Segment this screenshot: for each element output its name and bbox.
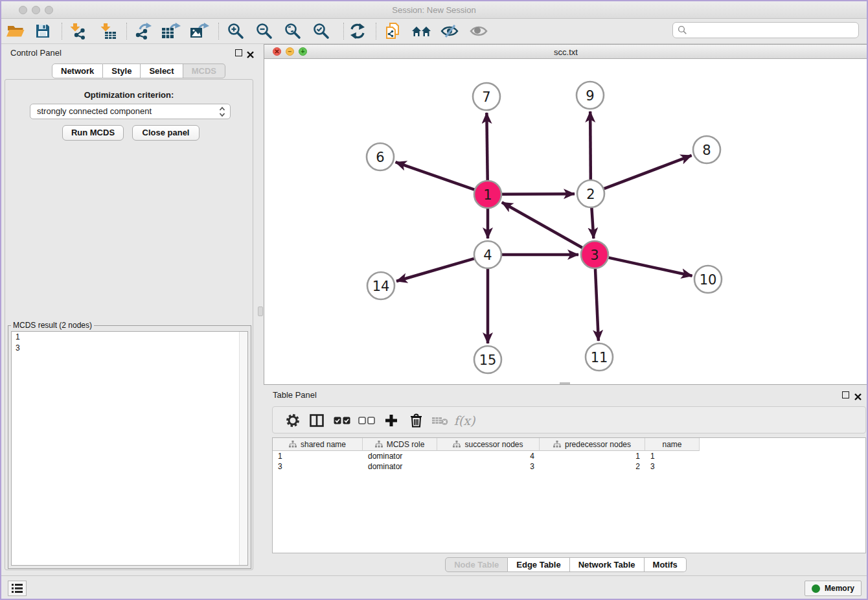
delete-table-icon[interactable]	[429, 411, 450, 430]
graph-node-7[interactable]: 7	[473, 83, 500, 110]
graph-node-10[interactable]: 10	[694, 266, 722, 293]
table-row[interactable]: 3dominator323	[273, 461, 865, 472]
graph-edge-1-7[interactable]	[486, 113, 487, 180]
show-all-eye-icon[interactable]	[468, 21, 490, 41]
split-view-icon[interactable]	[306, 411, 327, 430]
graph-edge-2-8[interactable]	[604, 156, 692, 189]
panel-splitter-handle[interactable]	[258, 306, 263, 316]
graph-node-14[interactable]: 14	[367, 272, 394, 299]
tab-select[interactable]: Select	[141, 63, 183, 78]
session-title: Session: New Session	[1, 5, 867, 15]
refresh-icon[interactable]	[347, 21, 369, 41]
table-cell[interactable]: 3	[645, 461, 700, 472]
column-header-successor-nodes[interactable]: successor nodes	[437, 438, 540, 451]
column-header-predecessor-nodes[interactable]: predecessor nodes	[540, 438, 645, 451]
graph-edge-1-2[interactable]	[502, 194, 575, 194]
graph-node-4[interactable]: 4	[474, 241, 501, 268]
result-scrollbar[interactable]	[239, 332, 247, 565]
table-cell[interactable]: dominator	[363, 451, 437, 461]
column-header-MCDS-role[interactable]: MCDS role	[363, 438, 437, 451]
graph-node-9[interactable]: 9	[577, 82, 604, 109]
table-cell[interactable]: 1	[540, 451, 645, 461]
graph-node-15[interactable]: 15	[474, 346, 501, 373]
export-network-icon[interactable]	[131, 21, 154, 41]
delete-row-icon[interactable]	[405, 411, 426, 430]
memory-button[interactable]: Memory	[805, 581, 862, 596]
mcds-result-title: MCDS result (2 nodes)	[11, 321, 94, 330]
table-cell[interactable]: 3	[273, 461, 363, 472]
column-header-shared-name[interactable]: shared name	[273, 438, 363, 451]
network-canvas[interactable]: 7968124314101511	[264, 59, 867, 384]
table-cell[interactable]: 1	[273, 451, 363, 461]
graph-edge-1-6[interactable]	[396, 162, 475, 189]
graph-edge-2-3[interactable]	[591, 208, 593, 238]
table-panel-float-icon[interactable]	[842, 391, 849, 398]
tab-edge-table[interactable]: Edge Table	[508, 557, 569, 572]
toolbar-separator	[62, 23, 62, 40]
table-cell[interactable]: dominator	[363, 461, 437, 472]
table-settings-icon[interactable]	[282, 411, 303, 430]
select-all-columns-icon[interactable]	[332, 411, 352, 430]
deselect-all-columns-icon[interactable]	[356, 411, 377, 430]
control-panel-float-icon[interactable]	[235, 49, 242, 56]
export-image-icon[interactable]	[188, 21, 211, 41]
task-history-button[interactable]	[8, 581, 27, 596]
import-table-icon[interactable]	[97, 21, 119, 41]
select-stepper-icon	[219, 106, 225, 122]
import-network-icon[interactable]	[67, 21, 89, 41]
tab-mcds[interactable]: MCDS	[183, 63, 225, 78]
zoom-selected-icon[interactable]	[310, 21, 332, 41]
graph-edge-4-14[interactable]	[396, 259, 474, 281]
optimization-criterion-select[interactable]: strongly connected component	[30, 104, 231, 119]
graph-node-1[interactable]: 1	[474, 181, 501, 208]
graph-edge-3-1[interactable]	[502, 202, 582, 248]
graph-node-6[interactable]: 6	[367, 143, 394, 170]
export-table-icon[interactable]	[160, 21, 182, 41]
save-session-icon[interactable]	[32, 21, 54, 41]
tab-style[interactable]: Style	[103, 63, 141, 78]
control-panel-title: Control Panel	[10, 48, 62, 58]
tab-network-table[interactable]: Network Table	[570, 557, 645, 572]
table-panel-close-icon[interactable]	[854, 391, 862, 398]
open-session-icon[interactable]	[5, 21, 27, 41]
graph-node-8[interactable]: 8	[693, 136, 720, 163]
zoom-fit-icon[interactable]	[282, 21, 304, 41]
graph-node-3[interactable]: 3	[581, 241, 608, 268]
network-resize-handle[interactable]	[560, 382, 570, 384]
svg-text:8: 8	[702, 143, 711, 158]
table-header-row: shared nameMCDS rolesuccessor nodesprede…	[273, 438, 865, 451]
optimization-criterion-label: Optimization criterion:	[5, 90, 253, 100]
graph-node-2[interactable]: 2	[577, 180, 604, 207]
column-header-name[interactable]: name	[645, 438, 700, 451]
tab-motifs[interactable]: Motifs	[645, 557, 687, 572]
hide-selected-eye-icon[interactable]	[439, 21, 461, 41]
table-cell[interactable]: 2	[540, 461, 645, 472]
svg-text:1: 1	[483, 187, 492, 203]
search-field[interactable]	[672, 22, 859, 38]
duplicate-network-icon[interactable]	[382, 21, 404, 41]
control-panel-close-icon[interactable]	[247, 49, 254, 56]
node-table[interactable]: shared nameMCDS rolesuccessor nodesprede…	[272, 437, 866, 553]
add-row-icon[interactable]	[381, 411, 402, 430]
svg-text:9: 9	[586, 88, 594, 104]
table-row[interactable]: 1dominator411	[273, 451, 865, 461]
zoom-out-icon[interactable]	[253, 21, 275, 41]
function-builder-icon[interactable]: f(x)	[454, 411, 475, 430]
graph-edge-2-9[interactable]	[590, 111, 591, 179]
mcds-result-list[interactable]: 13	[11, 331, 248, 566]
search-input[interactable]	[691, 26, 858, 35]
graph-edge-3-10[interactable]	[608, 258, 692, 276]
graph-node-11[interactable]: 11	[586, 343, 613, 371]
tab-network[interactable]: Network	[52, 63, 103, 78]
memory-status-icon	[812, 584, 820, 593]
tab-node-table[interactable]: Node Table	[445, 557, 508, 572]
first-neighbors-icon[interactable]	[411, 21, 433, 41]
svg-text:14: 14	[372, 279, 390, 294]
table-cell[interactable]: 1	[645, 451, 700, 461]
graph-edge-3-11[interactable]	[595, 269, 599, 341]
close-panel-button[interactable]: Close panel	[132, 125, 200, 141]
zoom-in-icon[interactable]	[225, 21, 247, 41]
table-cell[interactable]: 3	[437, 461, 540, 472]
run-mcds-button[interactable]: Run MCDS	[62, 125, 124, 141]
table-cell[interactable]: 4	[437, 451, 540, 461]
